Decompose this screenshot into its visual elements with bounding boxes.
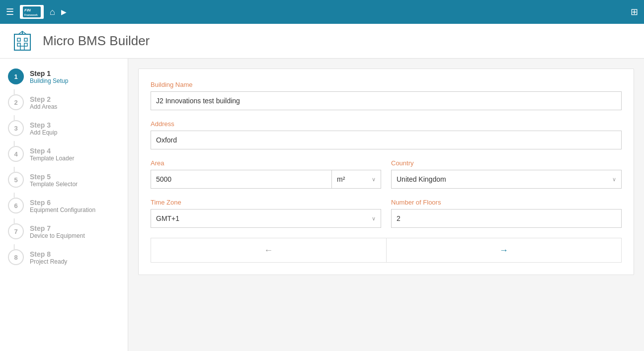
address-input[interactable] xyxy=(151,131,622,149)
navbar-right: ⊞ xyxy=(631,6,638,17)
area-label: Area xyxy=(151,159,381,167)
step6-label: Step 6 xyxy=(30,199,95,207)
step4-number: 4 xyxy=(8,146,24,162)
svg-rect-5 xyxy=(24,38,27,41)
step5-label: Step 5 xyxy=(30,173,78,181)
address-group: Address xyxy=(151,120,622,149)
step3-text: Step 3 Add Equip xyxy=(30,120,57,136)
step2-sublabel: Add Areas xyxy=(30,103,57,110)
step3-sublabel: Add Equip xyxy=(30,129,57,136)
sidebar-item-step2[interactable]: 2 Step 2 Add Areas xyxy=(0,89,128,115)
area-country-row: Area m² ∨ Country United Kingdom ∨ xyxy=(151,159,622,189)
country-select[interactable]: United Kingdom ∨ xyxy=(391,170,622,189)
svg-rect-4 xyxy=(17,38,20,41)
step6-sublabel: Equipment Configuration xyxy=(30,207,95,213)
content-area: Building Name Address Area m² ∨ xyxy=(128,59,644,351)
navbar-left: ☰ FIN Framework ⌂ ▶ xyxy=(6,5,67,19)
svg-rect-3 xyxy=(14,34,30,50)
step1-number: 1 xyxy=(8,69,24,84)
step2-number: 2 xyxy=(8,94,24,110)
floors-col: Number of Floors xyxy=(391,199,622,228)
logo[interactable]: FIN Framework xyxy=(20,5,44,19)
step5-number: 5 xyxy=(8,172,24,188)
forward-button[interactable]: → xyxy=(387,238,622,262)
page-header: Micro BMS Builder xyxy=(0,24,644,59)
nav-buttons: ← → xyxy=(151,238,622,263)
step5-text: Step 5 Template Selector xyxy=(30,172,78,188)
step8-text: Step 8 Project Ready xyxy=(30,249,67,265)
sidebar-item-step3[interactable]: 3 Step 3 Add Equip xyxy=(0,115,128,141)
country-label: Country xyxy=(391,159,622,167)
sidebar-item-step5[interactable]: 5 Step 5 Template Selector xyxy=(0,167,128,193)
sidebar-item-step7[interactable]: 7 Step 7 Device to Equipment xyxy=(0,218,128,244)
floors-label: Number of Floors xyxy=(391,199,622,206)
country-value-text: United Kingdom xyxy=(397,175,446,183)
step3-number: 3 xyxy=(8,120,24,136)
form-card: Building Name Address Area m² ∨ xyxy=(138,69,634,275)
step4-text: Step 4 Template Loader xyxy=(30,146,74,162)
svg-text:Framework: Framework xyxy=(24,13,38,16)
step6-text: Step 6 Equipment Configuration xyxy=(30,198,95,213)
timezone-col: Time Zone GMT+1 ∨ xyxy=(151,199,381,228)
main-layout: 1 Step 1 Building Setup 2 Step 2 Add Are… xyxy=(0,59,644,351)
sidebar-item-step6[interactable]: 6 Step 6 Equipment Configuration xyxy=(0,193,128,218)
step2-text: Step 2 Add Areas xyxy=(30,94,57,110)
area-unit-arrow-icon: ∨ xyxy=(372,176,376,183)
area-input-row: m² ∨ xyxy=(151,170,381,189)
building-name-input[interactable] xyxy=(151,91,622,110)
step1-text: Step 1 Building Setup xyxy=(30,69,68,84)
building-name-label: Building Name xyxy=(151,81,622,88)
timezone-value-text: GMT+1 xyxy=(156,214,179,222)
timezone-floors-row: Time Zone GMT+1 ∨ Number of Floors xyxy=(151,199,622,228)
step7-label: Step 7 xyxy=(30,224,85,232)
step1-sublabel: Building Setup xyxy=(30,77,68,84)
country-arrow-icon: ∨ xyxy=(612,176,616,183)
sidebar: 1 Step 1 Building Setup 2 Step 2 Add Are… xyxy=(0,59,128,351)
sidebar-item-step1[interactable]: 1 Step 1 Building Setup xyxy=(0,64,128,89)
navbar: ☰ FIN Framework ⌂ ▶ ⊞ xyxy=(0,0,644,24)
grid-icon[interactable]: ⊞ xyxy=(631,7,638,17)
area-col: Area m² ∨ xyxy=(151,159,381,189)
timezone-select[interactable]: GMT+1 ∨ xyxy=(151,209,381,228)
timezone-label: Time Zone xyxy=(151,199,381,206)
step4-sublabel: Template Loader xyxy=(30,155,74,162)
step4-label: Step 4 xyxy=(30,147,74,155)
step3-label: Step 3 xyxy=(30,121,57,129)
step7-number: 7 xyxy=(8,223,24,239)
timezone-arrow-icon: ∨ xyxy=(372,215,376,222)
step7-sublabel: Device to Equipment xyxy=(30,232,85,239)
step8-sublabel: Project Ready xyxy=(30,258,67,265)
area-input[interactable] xyxy=(151,170,331,189)
svg-text:FIN: FIN xyxy=(24,8,31,12)
breadcrumb-arrow-icon: ▶ xyxy=(61,8,67,16)
back-arrow-icon: ← xyxy=(264,245,273,256)
area-unit-text: m² xyxy=(337,175,345,183)
floors-input[interactable] xyxy=(391,209,622,228)
forward-arrow-icon: → xyxy=(499,245,508,256)
page-title: Micro BMS Builder xyxy=(43,33,150,49)
address-label: Address xyxy=(151,120,622,128)
building-name-group: Building Name xyxy=(151,81,622,110)
building-icon xyxy=(10,29,35,54)
step1-label: Step 1 xyxy=(30,70,68,77)
step8-number: 8 xyxy=(8,249,24,265)
sidebar-item-step8[interactable]: 8 Step 8 Project Ready xyxy=(0,244,128,270)
svg-rect-6 xyxy=(17,43,20,46)
step8-label: Step 8 xyxy=(30,250,67,258)
svg-rect-7 xyxy=(24,43,27,46)
svg-rect-8 xyxy=(20,46,24,50)
step7-text: Step 7 Device to Equipment xyxy=(30,223,85,239)
sidebar-item-step4[interactable]: 4 Step 4 Template Loader xyxy=(0,141,128,167)
step5-sublabel: Template Selector xyxy=(30,181,78,188)
area-unit-select[interactable]: m² ∨ xyxy=(331,170,381,189)
step6-number: 6 xyxy=(8,198,24,213)
back-button[interactable]: ← xyxy=(151,238,387,262)
menu-icon[interactable]: ☰ xyxy=(6,6,14,17)
country-col: Country United Kingdom ∨ xyxy=(391,159,622,189)
home-icon[interactable]: ⌂ xyxy=(50,7,55,17)
step2-label: Step 2 xyxy=(30,95,57,103)
